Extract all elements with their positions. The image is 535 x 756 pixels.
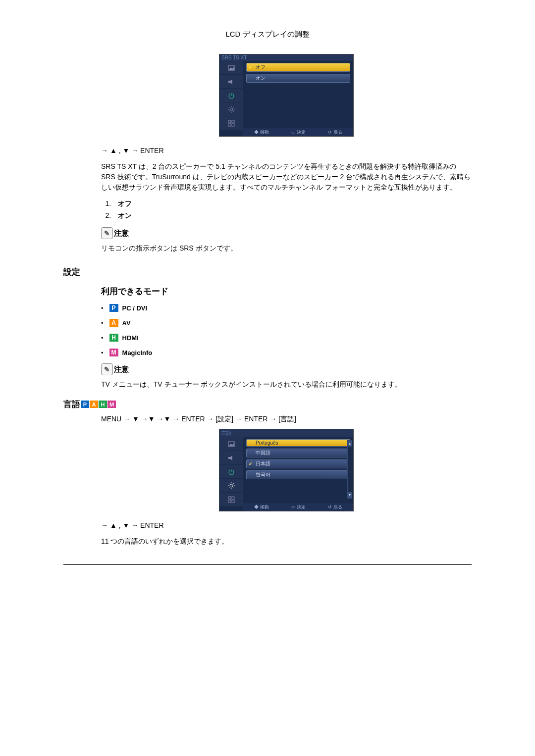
sound-icon xyxy=(219,451,243,465)
list-item: オン xyxy=(113,211,472,220)
svg-rect-6 xyxy=(228,120,231,123)
setup-icon xyxy=(219,479,243,493)
svg-rect-18 xyxy=(228,500,231,503)
note-body: リモコンの指示ボタンは SRS ボタンです。 xyxy=(101,243,472,253)
footer-back: ↺ 戻る xyxy=(328,129,342,136)
pencil-icon: ✎ xyxy=(101,363,113,375)
footer-enter: ▭ 決定 xyxy=(291,129,306,136)
note-heading: ✎ 注意 xyxy=(101,363,472,375)
badge-h-icon: H xyxy=(109,334,118,342)
svg-rect-19 xyxy=(232,500,234,503)
osd-item-label: オフ xyxy=(256,64,266,71)
osd-item: ✔ オフ xyxy=(246,63,350,72)
osd-item: 中国語 xyxy=(246,449,350,457)
svg-rect-17 xyxy=(232,497,234,499)
timer-icon xyxy=(219,89,243,102)
footer-enter: ▭ 決定 xyxy=(291,504,306,510)
scroll-down-icon: ▾ xyxy=(348,492,352,498)
osd-item: 한국어 xyxy=(246,470,350,479)
badge-a-icon: A xyxy=(90,401,98,408)
check-icon: ✔ xyxy=(249,65,254,70)
osd-item-label: オン xyxy=(256,75,266,82)
mode-item-magicinfo: MMagicInfo xyxy=(101,349,472,356)
osd-item-label: 한국어 xyxy=(256,471,270,478)
osd-item-label: 日本語 xyxy=(256,460,270,467)
svg-point-5 xyxy=(230,108,233,111)
badge-a-icon: A xyxy=(109,319,118,327)
settings-heading: 設定 xyxy=(63,266,472,278)
nav-sequence: → ▲ , ▼ → ENTER xyxy=(101,521,472,529)
svg-marker-12 xyxy=(228,455,232,460)
badge-m-icon: M xyxy=(107,401,116,408)
osd-item-label: Português xyxy=(256,440,278,446)
osd-item: オン xyxy=(246,74,350,83)
sound-icon xyxy=(219,75,243,89)
mode-item-av: AAV xyxy=(101,319,472,327)
picture-icon xyxy=(219,437,243,451)
osd-icon-strip xyxy=(219,437,243,506)
osd-item: ✔ 日本語 xyxy=(246,459,350,468)
osd-scrollbar: ▴ ▾ xyxy=(347,440,352,499)
picture-icon xyxy=(219,61,243,75)
svg-marker-1 xyxy=(229,67,234,70)
language-heading: 言語 PAHM xyxy=(63,399,472,410)
badge-m-icon: M xyxy=(109,349,118,356)
osd-icon-strip xyxy=(219,61,243,130)
osd-item-label: 中国語 xyxy=(256,450,270,456)
mode-item-pc: PPC / DVI xyxy=(101,304,472,312)
svg-point-15 xyxy=(230,484,233,487)
srs-option-list: オフ オン xyxy=(113,200,472,220)
scroll-up-icon: ▴ xyxy=(348,441,352,447)
badge-p-icon: P xyxy=(81,401,89,408)
osd-title: 言語 xyxy=(219,429,353,437)
svg-rect-7 xyxy=(232,120,234,123)
timer-icon xyxy=(219,465,243,479)
note-heading: ✎ 注意 xyxy=(101,227,472,239)
svg-rect-9 xyxy=(232,124,234,126)
badge-p-icon: P xyxy=(109,304,118,312)
modes-heading: 利用できるモード xyxy=(101,286,472,297)
check-icon: ✔ xyxy=(249,461,254,466)
osd-language-panel: 言語 Português 中国語 xyxy=(219,429,354,511)
nav-sequence: → ▲ , ▼ → ENTER xyxy=(101,147,472,154)
setup-icon xyxy=(219,102,243,116)
srs-description: SRS TS XT は、2 台のスピーカーで 5.1 チャンネルのコンテンツを再… xyxy=(101,161,472,193)
osd-footer: ◆ 移動 ▭ 決定 ↺ 戻る xyxy=(243,503,353,511)
mode-list: PPC / DVI AAV HHDMI MMagicInfo xyxy=(101,304,472,356)
page-title: LCD ディスプレイの調整 xyxy=(63,30,472,39)
osd-footer: ◆ 移動 ▭ 決定 ↺ 戻る xyxy=(243,128,353,136)
osd-title: SRS TS XT xyxy=(219,54,353,61)
svg-marker-2 xyxy=(228,79,232,84)
pencil-icon: ✎ xyxy=(101,227,113,239)
svg-marker-11 xyxy=(229,443,234,446)
footer-rule xyxy=(63,564,472,565)
multi-icon xyxy=(219,493,243,506)
note-body: TV メニューは、TV チューナー ボックスがインストールされている場合に利用可… xyxy=(101,379,472,390)
multi-icon xyxy=(219,116,243,130)
svg-rect-16 xyxy=(228,497,231,499)
svg-rect-8 xyxy=(228,124,231,126)
footer-move: ◆ 移動 xyxy=(254,129,269,136)
badge-h-icon: H xyxy=(99,401,107,408)
footer-move: ◆ 移動 xyxy=(254,504,269,510)
mode-item-hdmi: HHDMI xyxy=(101,334,472,342)
list-item: オフ xyxy=(113,200,472,208)
osd-item: Português xyxy=(246,439,350,447)
menu-path: MENU → ▼ →▼ →▼ → ENTER → [設定] → ENTER → … xyxy=(101,415,472,424)
footer-back: ↺ 戻る xyxy=(328,504,342,510)
osd-srs-panel: SRS TS XT ✔ オフ オン xyxy=(219,54,354,137)
language-description: 11 つの言語のいずれかを選択できます。 xyxy=(101,536,472,547)
